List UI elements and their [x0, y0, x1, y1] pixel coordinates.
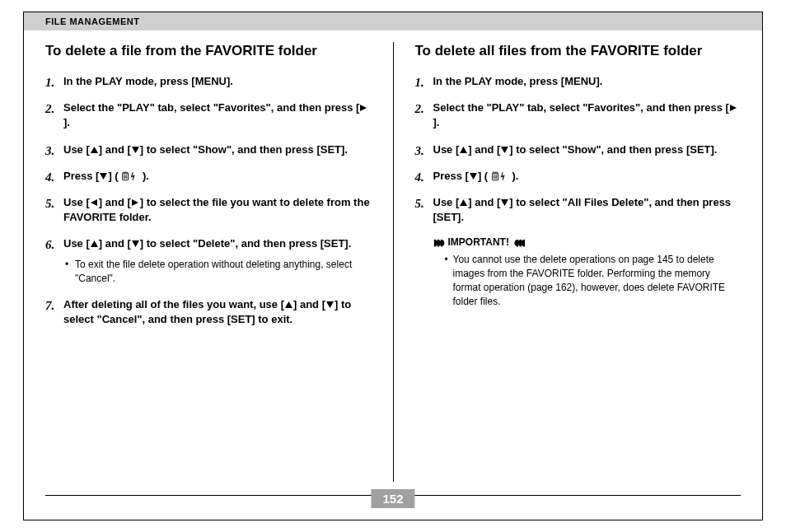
triangle-right-icon	[131, 195, 140, 210]
svg-marker-16	[460, 199, 467, 206]
step-item: Select the "PLAY" tab, select "Favorites…	[415, 100, 742, 130]
triangle-down-icon	[131, 236, 140, 251]
content-columns: To delete a file from the FAVORITE folde…	[24, 30, 762, 482]
svg-marker-17	[501, 199, 508, 206]
triangle-down-icon	[500, 142, 509, 157]
step-item: In the PLAY mode, press [MENU].	[415, 74, 742, 89]
right-steps-list: In the PLAY mode, press [MENU].Select th…	[415, 74, 742, 225]
triangle-down-icon	[500, 195, 509, 210]
triangle-down-icon	[325, 297, 335, 312]
important-deco-left-icon: ◗◗◗	[433, 237, 443, 248]
triangle-up-icon	[459, 142, 468, 157]
step-item: Use [] and [] to select the file you wan…	[45, 195, 372, 225]
right-column: To delete all files from the FAVORITE fo…	[394, 42, 763, 482]
svg-marker-8	[132, 240, 139, 247]
left-column: To delete a file from the FAVORITE folde…	[24, 42, 393, 482]
section-header-bar: FILE MANAGEMENT	[24, 12, 762, 30]
trash-flash-icon	[121, 169, 139, 184]
svg-marker-10	[326, 301, 334, 308]
step-subnote: To exit the file delete operation withou…	[63, 258, 372, 286]
section-header-text: FILE MANAGEMENT	[45, 16, 139, 26]
svg-marker-0	[360, 105, 367, 111]
triangle-left-icon	[90, 195, 99, 210]
page-number-badge: 152	[371, 489, 414, 508]
triangle-up-icon	[284, 297, 293, 312]
triangle-right-icon	[359, 100, 368, 115]
svg-marker-9	[285, 301, 292, 308]
step-item: Press [] ( ).	[45, 169, 372, 184]
svg-marker-13	[501, 147, 508, 153]
triangle-right-icon	[729, 100, 738, 115]
important-deco-right-icon: ◖◖◖	[514, 237, 524, 248]
step-item: In the PLAY mode, press [MENU].	[45, 74, 372, 89]
step-item: Select the "PLAY" tab, select "Favorites…	[45, 100, 372, 130]
triangle-up-icon	[459, 195, 468, 210]
step-item: Use [] and [] to select "Show", and then…	[415, 142, 742, 157]
step-item: Use [] and [] to select "Show", and then…	[45, 142, 372, 157]
svg-marker-6	[132, 199, 138, 206]
svg-marker-3	[100, 173, 107, 180]
page-number: 152	[382, 492, 403, 506]
triangle-down-icon	[131, 142, 140, 157]
svg-marker-2	[132, 147, 139, 153]
page-frame: FILE MANAGEMENT To delete a file from th…	[23, 12, 763, 520]
svg-marker-5	[91, 199, 97, 206]
right-heading: To delete all files from the FAVORITE fo…	[415, 42, 742, 61]
svg-marker-14	[470, 173, 477, 180]
svg-marker-7	[91, 240, 98, 247]
triangle-up-icon	[90, 236, 99, 251]
step-item: Press [] ( ).	[415, 169, 742, 184]
triangle-down-icon	[469, 169, 478, 184]
step-item: Use [] and [] to select "All Files Delet…	[415, 195, 742, 225]
step-item: After deleting all of the files you want…	[45, 297, 372, 327]
left-heading: To delete a file from the FAVORITE folde…	[45, 42, 372, 61]
triangle-up-icon	[90, 142, 99, 157]
svg-marker-11	[730, 105, 737, 111]
important-note: You cannot use the delete operations on …	[445, 253, 742, 308]
triangle-down-icon	[99, 169, 108, 184]
svg-marker-12	[460, 147, 467, 153]
important-row: ◗◗◗ IMPORTANT! ◖◖◖	[433, 236, 742, 248]
step-item: Use [] and [] to select "Delete", and th…	[45, 236, 372, 286]
important-label: IMPORTANT!	[448, 236, 509, 248]
svg-marker-1	[91, 147, 98, 153]
left-steps-list: In the PLAY mode, press [MENU].Select th…	[45, 74, 372, 327]
page-footer: 152	[24, 495, 762, 520]
trash-flash-icon	[491, 169, 509, 184]
